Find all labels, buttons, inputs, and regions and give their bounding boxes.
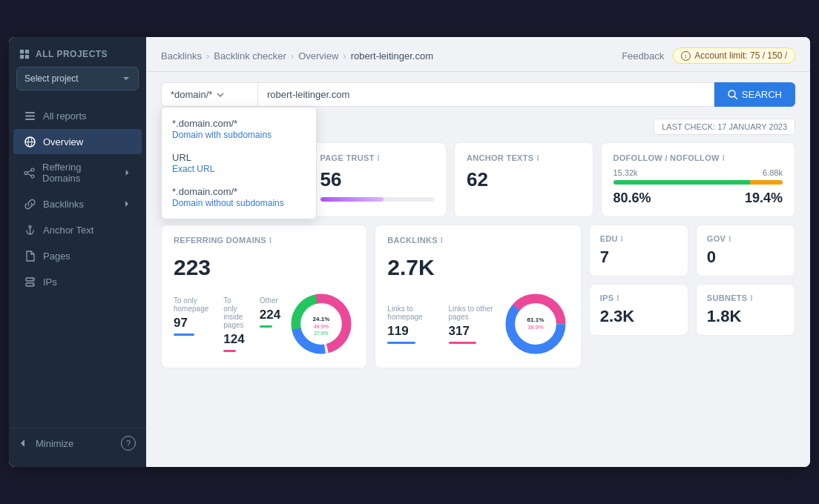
sidebar-item-all-reports[interactable]: All reports: [13, 103, 142, 128]
backlinks-other: Links to other pages 317: [449, 305, 495, 344]
file-icon: [24, 250, 36, 262]
page-trust-bar: [320, 197, 435, 202]
dropdown-item-3[interactable]: *.domain.com/* Domain without subdomains: [162, 180, 316, 214]
chevron-right-icon2: [122, 199, 131, 208]
main-content: Backlinks › Backlink checker › Overview …: [146, 37, 810, 467]
dofollow-info[interactable]: i: [723, 153, 725, 162]
anchor-texts-info[interactable]: i: [536, 153, 539, 162]
nofollow-pct: 19.4%: [745, 190, 783, 206]
feedback-button[interactable]: Feedback: [622, 50, 664, 62]
chevron-down-icon: [217, 91, 224, 99]
svg-line-13: [27, 170, 31, 173]
url-search-input[interactable]: [257, 82, 714, 107]
breadcrumb-overview[interactable]: Overview: [298, 50, 338, 62]
sidebar-item-referring-domains[interactable]: Reffering Domains: [13, 155, 142, 190]
ref-other: Other 224: [260, 296, 281, 328]
breadcrumb: Backlinks › Backlink checker › Overview …: [161, 50, 433, 62]
anchor-texts-card: ANCHOR TEXTS i 62: [454, 142, 593, 217]
sidebar: ALL PROJECTS Select project All reports: [9, 37, 146, 467]
search-icon: [728, 90, 737, 99]
minimize-icon: [19, 438, 30, 448]
globe-icon: [24, 136, 36, 147]
anchor-icon: [24, 224, 36, 236]
share-icon: [24, 167, 35, 179]
ref-to-homepage: To only homepage 97: [174, 296, 208, 336]
chevron-right-icon: [123, 168, 131, 177]
svg-text:!: !: [685, 53, 687, 60]
sidebar-item-ips[interactable]: IPs: [13, 269, 142, 294]
breadcrumb-domain: robert-leitinger.com: [351, 50, 433, 62]
svg-line-14: [27, 173, 31, 176]
backlinks-homepage: Links to homepage 119: [387, 305, 433, 344]
sidebar-item-overview[interactable]: Overview: [13, 129, 142, 154]
svg-rect-1: [25, 50, 29, 53]
svg-point-20: [32, 284, 33, 285]
edu-gov-row: EDU i 7 GOV i 0: [589, 225, 795, 276]
gov-value: 0: [707, 248, 784, 267]
referring-domains-card: REFERRING DOMAINS i 223 To only homepage…: [161, 225, 367, 368]
dropdown-item-2[interactable]: URL Exact URL: [162, 146, 316, 180]
topbar: Backlinks › Backlink checker › Overview …: [146, 37, 810, 72]
dofollow-bar: [614, 180, 783, 185]
sidebar-item-pages[interactable]: Pages: [13, 243, 142, 268]
svg-rect-2: [20, 55, 24, 59]
svg-text:24.1%: 24.1%: [313, 316, 330, 322]
second-row: REFERRING DOMAINS i 223 To only homepage…: [161, 225, 795, 368]
warning-icon: !: [681, 51, 691, 61]
subnets-card: SUBNETS i 1.8K: [696, 284, 795, 336]
svg-point-10: [31, 168, 34, 171]
ref-domains-value: 223: [174, 255, 355, 280]
svg-line-24: [734, 96, 737, 99]
page-trust-info[interactable]: i: [378, 153, 380, 162]
sidebar-item-anchor-text[interactable]: Anchor Text: [13, 217, 142, 242]
edu-value: 7: [600, 248, 677, 267]
ref-to-inside: To only inside pages 124: [223, 296, 245, 352]
sidebar-item-backlinks[interactable]: Backlinks: [13, 191, 142, 216]
right-mini-cards: EDU i 7 GOV i 0: [589, 225, 795, 368]
breadcrumb-checker[interactable]: Backlink checker: [214, 50, 286, 62]
svg-rect-6: [25, 119, 35, 120]
gov-info[interactable]: i: [728, 234, 731, 243]
subnets-value: 1.8K: [707, 307, 784, 326]
gov-card: GOV i 0: [696, 225, 795, 276]
svg-rect-3: [25, 55, 29, 59]
dofollow-card: DOFOLLOW / NOFOLLOW i 15.32k 6.88k 8: [601, 142, 796, 217]
svg-text:61.1%: 61.1%: [527, 316, 544, 323]
minimize-button[interactable]: Minimize: [19, 438, 73, 449]
link-icon: [24, 198, 36, 210]
svg-rect-0: [20, 50, 24, 53]
dropdown-item-1[interactable]: *.domain.com/* Domain with subdomains: [162, 112, 316, 146]
ips-subnets-row: IPS i 2.3K SUBNETS i 1.8K: [589, 284, 795, 336]
domain-type-dropdown[interactable]: *domain/* *.domain.com/* Domain with sub…: [161, 82, 257, 107]
backlinks-donut: 61.1% 38.9%: [502, 291, 569, 357]
all-projects-header: ALL PROJECTS: [9, 37, 146, 67]
domain-dropdown-menu: *.domain.com/* Domain with subdomains UR…: [161, 107, 317, 219]
svg-text:38.9%: 38.9%: [527, 324, 544, 331]
svg-point-12: [31, 175, 34, 178]
sidebar-nav: All reports Overview Reffering Domains: [9, 102, 146, 295]
svg-point-19: [32, 279, 33, 280]
page-trust-card: PAGE TRUST i 56: [308, 142, 447, 217]
svg-point-11: [24, 171, 27, 174]
sidebar-footer: Minimize ?: [9, 428, 146, 458]
backlinks-value: 2.7K: [387, 255, 568, 280]
last-check-badge: LAST CHECK: 17 JANUARY 2023: [654, 119, 795, 135]
svg-text:27.9%: 27.9%: [315, 331, 329, 336]
svg-rect-4: [25, 112, 35, 113]
ips-info[interactable]: i: [616, 294, 619, 302]
ips-card: IPS i 2.3K: [589, 284, 688, 336]
svg-point-15: [29, 225, 31, 228]
project-select-dropdown[interactable]: Select project: [16, 67, 139, 90]
page-trust-value: 56: [320, 168, 435, 191]
account-limit-badge[interactable]: ! Account limit: 75 / 150 /: [673, 47, 795, 64]
backlinks-info[interactable]: i: [441, 236, 443, 245]
breadcrumb-backlinks[interactable]: Backlinks: [161, 50, 202, 62]
search-button[interactable]: SEARCH: [714, 82, 795, 107]
topbar-actions: Feedback ! Account limit: 75 / 150 /: [622, 47, 795, 64]
ips-value: 2.3K: [600, 307, 677, 326]
edu-info[interactable]: i: [621, 234, 623, 243]
ref-domains-info[interactable]: i: [269, 236, 272, 245]
help-button[interactable]: ?: [121, 436, 136, 451]
domain-select-button[interactable]: *domain/*: [161, 82, 257, 107]
subnets-info[interactable]: i: [751, 294, 753, 302]
